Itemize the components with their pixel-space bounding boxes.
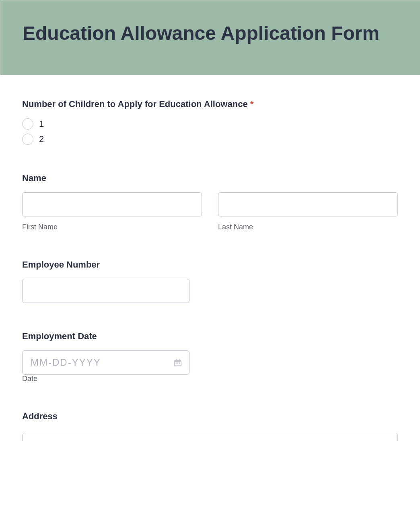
form-header: Education Allowance Application Form bbox=[0, 0, 420, 75]
children-radio-list: 1 2 bbox=[22, 118, 398, 145]
children-label: Number of Children to Apply for Educatio… bbox=[22, 99, 398, 109]
form-wrapper: Education Allowance Application Form Num… bbox=[0, 0, 420, 441]
date-input-wrap bbox=[22, 350, 189, 375]
required-marker: * bbox=[250, 99, 254, 109]
name-row: First Name Last Name bbox=[22, 192, 398, 231]
radio-label-1: 1 bbox=[39, 119, 44, 129]
radio-input-1[interactable] bbox=[22, 118, 33, 130]
name-field: Name First Name Last Name bbox=[22, 173, 398, 231]
first-name-col: First Name bbox=[22, 192, 202, 231]
address-input[interactable] bbox=[22, 433, 398, 441]
employment-date-input[interactable] bbox=[22, 350, 189, 375]
address-label: Address bbox=[22, 411, 398, 422]
children-field: Number of Children to Apply for Educatio… bbox=[22, 99, 398, 145]
employee-number-label: Employee Number bbox=[22, 260, 398, 270]
first-name-sublabel: First Name bbox=[22, 223, 202, 231]
page-title: Education Allowance Application Form bbox=[23, 21, 398, 47]
first-name-input[interactable] bbox=[22, 192, 202, 216]
employee-number-input[interactable] bbox=[22, 279, 189, 303]
last-name-col: Last Name bbox=[218, 192, 398, 231]
children-option-2[interactable]: 2 bbox=[22, 134, 398, 145]
last-name-sublabel: Last Name bbox=[218, 223, 398, 231]
address-input-wrap bbox=[22, 433, 398, 441]
form-body: Number of Children to Apply for Educatio… bbox=[0, 75, 420, 441]
radio-label-2: 2 bbox=[39, 134, 44, 144]
children-label-text: Number of Children to Apply for Educatio… bbox=[22, 99, 248, 109]
address-field: Address bbox=[22, 411, 398, 441]
employee-number-field: Employee Number bbox=[22, 260, 398, 303]
radio-input-2[interactable] bbox=[22, 134, 33, 145]
name-label: Name bbox=[22, 173, 398, 183]
employment-date-sublabel: Date bbox=[22, 375, 37, 383]
employment-date-field: Employment Date Date bbox=[22, 331, 398, 383]
employment-date-label: Employment Date bbox=[22, 331, 398, 342]
children-option-1[interactable]: 1 bbox=[22, 118, 398, 130]
last-name-input[interactable] bbox=[218, 192, 398, 216]
